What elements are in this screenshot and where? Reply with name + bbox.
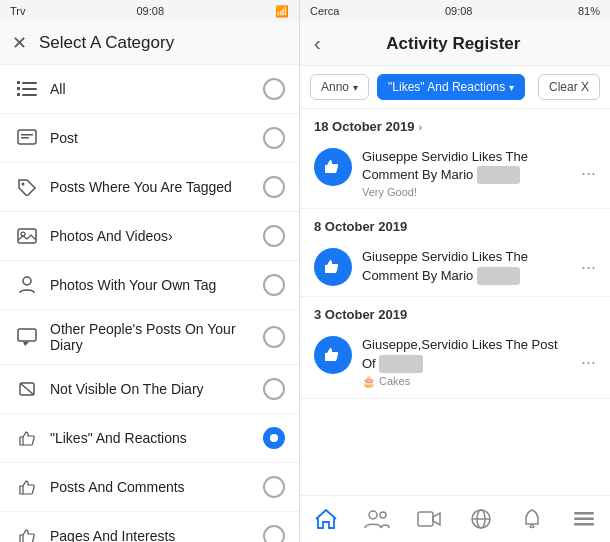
radio-tagged[interactable] [263, 176, 285, 198]
category-filter-button[interactable]: "Likes" And Reactions ▾ [377, 74, 525, 100]
activity-text-3: Giuseppe,Servidio Likes The Post Of [362, 336, 571, 372]
year-filter-label: Anno [321, 80, 349, 94]
blur-text-2 [477, 267, 520, 285]
more-button-1[interactable]: ··· [581, 163, 596, 184]
right-carrier: Cerca [310, 5, 339, 17]
category-item-pages[interactable]: Pages And Interests [0, 512, 299, 542]
right-status-bar: Cerca 09:08 81% [300, 0, 610, 22]
avatar-3 [314, 336, 352, 374]
category-label-post: Post [50, 130, 263, 146]
category-label-other-diary: Other People's Posts On Your Diary [50, 321, 263, 353]
radio-not-visible[interactable] [263, 378, 285, 400]
svg-rect-30 [574, 523, 594, 526]
svg-rect-13 [18, 329, 36, 341]
radio-other-diary[interactable] [263, 326, 285, 348]
category-item-other-diary[interactable]: Other People's Posts On Your Diary [0, 310, 299, 365]
category-item-posts-comments[interactable]: Posts And Comments [0, 463, 299, 512]
radio-post[interactable] [263, 127, 285, 149]
category-item-likes[interactable]: "Likes" And Reactions [0, 414, 299, 463]
radio-posts-comments[interactable] [263, 476, 285, 498]
blur-text-3 [379, 355, 422, 373]
radio-own-tag[interactable] [263, 274, 285, 296]
svg-rect-10 [18, 229, 36, 243]
category-item-tagged[interactable]: Posts Where You Are Tagged [0, 163, 299, 212]
category-label-photos: Photos And Videos› [50, 228, 263, 244]
diary-icon [14, 324, 40, 350]
category-label-tagged: Posts Where You Are Tagged [50, 179, 263, 195]
nav-menu[interactable] [564, 504, 604, 534]
nav-bell[interactable] [512, 504, 552, 534]
nav-home[interactable] [306, 504, 346, 534]
right-battery: 81% [578, 5, 600, 17]
svg-point-21 [369, 511, 377, 519]
radio-all[interactable] [263, 78, 285, 100]
close-button[interactable]: ✕ [12, 32, 27, 54]
category-item-own-tag[interactable]: Photos With Your Own Tag [0, 261, 299, 310]
activity-content-1: Giuseppe Servidio Likes The Comment By M… [362, 148, 571, 198]
left-panel: Trv 09:08 📶 ✕ Select A Category All [0, 0, 300, 542]
svg-rect-8 [21, 137, 29, 139]
avatar-2 [314, 248, 352, 286]
post-icon [14, 125, 40, 151]
activity-text-2: Giuseppe Servidio Likes The Comment By M… [362, 248, 571, 284]
category-label-own-tag: Photos With Your Own Tag [50, 277, 263, 293]
category-item-not-visible[interactable]: Not Visible On The Diary [0, 365, 299, 414]
radio-likes[interactable] [263, 427, 285, 449]
category-item-post[interactable]: Post [0, 114, 299, 163]
not-visible-icon [14, 376, 40, 402]
svg-rect-2 [17, 93, 20, 96]
likes-icon [14, 425, 40, 451]
radio-photos[interactable] [263, 225, 285, 247]
filter-bar: Anno ▾ "Likes" And Reactions ▾ Clear X [300, 66, 610, 109]
nav-video[interactable] [409, 504, 449, 534]
more-button-3[interactable]: ··· [581, 352, 596, 373]
list-icon [14, 76, 40, 102]
year-filter-button[interactable]: Anno ▾ [310, 74, 369, 100]
date-label-1: 18 October 2019 [314, 119, 414, 134]
left-status-bar: Trv 09:08 📶 [0, 0, 299, 22]
left-header: ✕ Select A Category [0, 22, 299, 65]
svg-point-22 [380, 512, 386, 518]
date-section-1: 18 October 2019 › [300, 109, 610, 138]
year-chevron-icon: ▾ [353, 82, 358, 93]
own-tag-icon [14, 272, 40, 298]
back-button[interactable]: ‹ [314, 32, 321, 55]
svg-rect-5 [22, 94, 37, 96]
activity-sub-1: Very Good! [362, 186, 571, 198]
activity-feed: 18 October 2019 › Giuseppe Servidio Like… [300, 109, 610, 495]
activity-item-1: Giuseppe Servidio Likes The Comment By M… [300, 138, 610, 209]
date-label-3: 3 October 2019 [314, 307, 407, 322]
category-label-pages: Pages And Interests [50, 528, 263, 542]
clear-button[interactable]: Clear X [538, 74, 600, 100]
activity-text-1: Giuseppe Servidio Likes The Comment By M… [362, 148, 571, 184]
right-time: 09:08 [445, 5, 473, 17]
date-section-3: 3 October 2019 [300, 297, 610, 326]
pages-icon [14, 523, 40, 542]
svg-line-15 [20, 383, 34, 395]
right-header: ‹ Activity Register [300, 22, 610, 66]
svg-rect-7 [21, 134, 33, 136]
svg-rect-23 [418, 512, 433, 526]
svg-point-9 [22, 183, 25, 186]
nav-globe[interactable] [461, 504, 501, 534]
radio-pages[interactable] [263, 525, 285, 542]
category-item-all[interactable]: All [0, 65, 299, 114]
category-label-all: All [50, 81, 263, 97]
activity-item-3: Giuseppe,Servidio Likes The Post Of 🎂 Ca… [300, 326, 610, 398]
category-item-photos[interactable]: Photos And Videos› [0, 212, 299, 261]
svg-point-12 [23, 277, 31, 285]
nav-friends[interactable] [357, 504, 397, 534]
svg-rect-3 [22, 82, 37, 84]
left-battery: 📶 [275, 5, 289, 18]
category-label-not-visible: Not Visible On The Diary [50, 381, 263, 397]
category-chevron-icon: ▾ [509, 82, 514, 93]
left-title: Select A Category [39, 33, 174, 53]
right-title: Activity Register [331, 34, 576, 54]
svg-rect-29 [574, 518, 594, 521]
right-panel: Cerca 09:08 81% ‹ Activity Register Anno… [300, 0, 610, 542]
activity-content-3: Giuseppe,Servidio Likes The Post Of 🎂 Ca… [362, 336, 571, 387]
more-button-2[interactable]: ··· [581, 257, 596, 278]
svg-rect-28 [574, 512, 594, 515]
date-arrow-1: › [418, 121, 422, 133]
bottom-nav [300, 495, 610, 542]
